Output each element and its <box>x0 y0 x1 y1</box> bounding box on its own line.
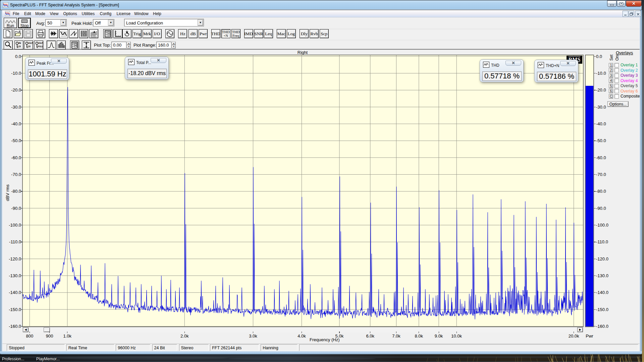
svg-text:IN: IN <box>19 42 21 44</box>
svg-text:FULL: FULL <box>38 45 43 48</box>
svg-text:OUT: OUT <box>29 42 33 44</box>
svg-text:OUT: OUT <box>38 42 43 44</box>
svg-text:2X: 2X <box>18 45 21 48</box>
svg-text:2X: 2X <box>28 45 31 48</box>
